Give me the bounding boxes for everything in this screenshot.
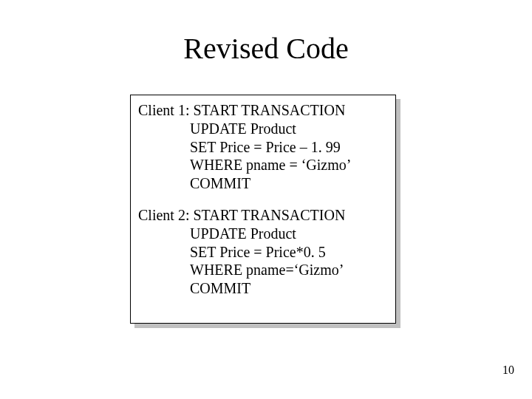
client1-commit: COMMIT <box>138 174 388 193</box>
client2-header: Client 2: START TRANSACTION <box>138 206 388 225</box>
slide-title: Revised Code <box>0 31 532 66</box>
client1-prefix: Client 1: <box>138 102 193 118</box>
client1-where-kw: WHERE <box>190 157 246 173</box>
client1-where-expr: pname = ‘Gizmo’ <box>246 157 351 173</box>
gap <box>138 193 388 206</box>
page-number: 10 <box>502 364 514 377</box>
code-box: Client 1: START TRANSACTION UPDATE Produ… <box>130 95 396 324</box>
client1-header: Client 1: START TRANSACTION <box>138 101 388 120</box>
slide: Revised Code Client 1: START TRANSACTION… <box>0 0 532 399</box>
client1-set-expr: Price = Price – 1. 99 <box>219 139 340 155</box>
client2-update: UPDATE Product <box>138 225 388 243</box>
client2-update-kw: UPDATE <box>190 225 250 242</box>
client2-set-kw: SET <box>190 244 219 260</box>
client1-start: START TRANSACTION <box>193 102 345 118</box>
client2-prefix: Client 2: <box>138 207 193 223</box>
client2-set: SET Price = Price*0. 5 <box>138 243 388 262</box>
client1-update-kw: UPDATE <box>190 120 250 137</box>
client1-update: UPDATE Product <box>138 120 388 138</box>
client1-update-tbl: Product <box>250 120 296 137</box>
client2-update-tbl: Product <box>250 225 296 242</box>
client2-set-expr: Price = Price*0. 5 <box>219 244 325 260</box>
client2-start: START TRANSACTION <box>193 207 345 223</box>
client1-set-kw: SET <box>190 139 219 155</box>
client2-where-expr: pname=‘Gizmo’ <box>246 262 344 278</box>
client2-where-kw: WHERE <box>190 262 246 278</box>
client1-where: WHERE pname = ‘Gizmo’ <box>138 156 388 174</box>
client2-commit: COMMIT <box>138 279 388 298</box>
client2-where: WHERE pname=‘Gizmo’ <box>138 261 388 279</box>
client1-set: SET Price = Price – 1. 99 <box>138 138 388 157</box>
